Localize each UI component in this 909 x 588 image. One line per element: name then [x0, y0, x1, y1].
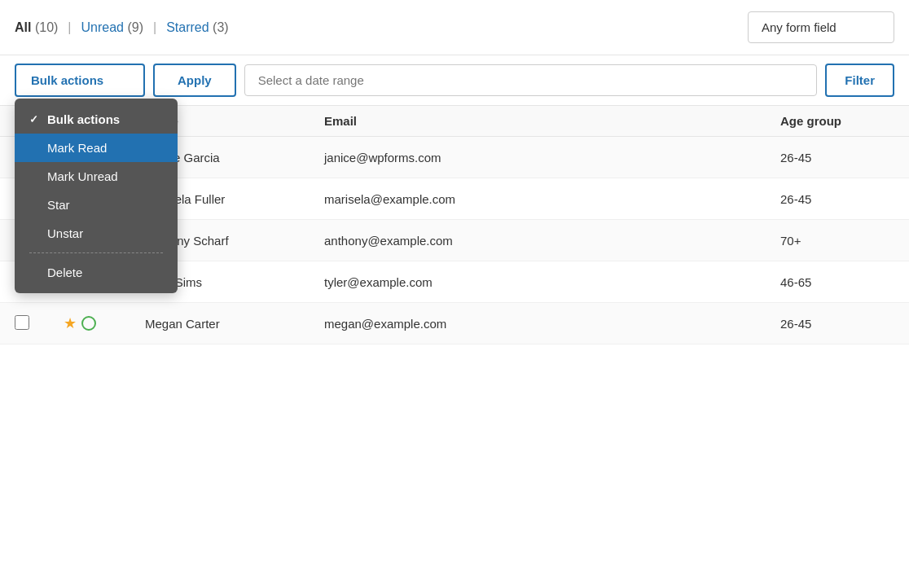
check-icon-delete — [29, 266, 41, 279]
row-email: marisela@example.com — [324, 192, 780, 206]
dropdown-label-unstar: Unstar — [47, 226, 83, 240]
dropdown-item-bulk-actions-header[interactable]: ✓ Bulk actions — [15, 105, 178, 134]
tab-unread-count: (9) — [127, 20, 143, 34]
table-row: ★ Megan Carter megan@example.com 26-45 — [0, 303, 909, 344]
row-checkbox[interactable] — [15, 315, 29, 330]
dropdown-label-mark-unread: Mark Unread — [47, 169, 118, 183]
star-icon[interactable]: ★ — [64, 314, 77, 332]
dropdown-item-unstar[interactable]: Unstar — [15, 219, 178, 248]
any-form-field-box[interactable]: Any form field — [748, 11, 894, 43]
dropdown-label-bulk-actions: Bulk actions — [47, 112, 120, 126]
row-checkbox-cell — [15, 315, 64, 332]
check-icon-mark-read — [29, 142, 41, 154]
date-range-input[interactable] — [244, 64, 818, 96]
tab-all-label: All — [15, 20, 31, 34]
tab-unread[interactable]: Unread (9) — [81, 20, 144, 35]
tab-group: All (10) | Unread (9) | Starred (3) — [15, 20, 229, 35]
bulk-actions-dropdown: ✓ Bulk actions Mark Read Mark Unread Sta… — [15, 99, 178, 293]
bulk-actions-button[interactable]: Bulk actions — [15, 64, 145, 97]
dropdown-label-star: Star — [47, 198, 70, 212]
check-icon-mark-unread — [29, 170, 41, 182]
tab-sep-2: | — [153, 20, 156, 35]
row-age-group: 26-45 — [780, 192, 894, 206]
tab-all[interactable]: All (10) — [15, 20, 58, 35]
tab-all-count: (10) — [35, 20, 58, 34]
tab-starred-label: Starred — [166, 20, 209, 34]
dropdown-label-delete: Delete — [47, 265, 82, 279]
dropdown-separator — [29, 252, 163, 253]
row-email: tyler@example.com — [324, 275, 780, 289]
dropdown-item-mark-read[interactable]: Mark Read — [15, 134, 178, 162]
row-age-group: 26-45 — [780, 151, 894, 165]
row-email: janice@wpforms.com — [324, 151, 780, 165]
row-email: megan@example.com — [324, 317, 780, 331]
dropdown-item-star[interactable]: Star — [15, 191, 178, 219]
dropdown-item-mark-unread[interactable]: Mark Unread — [15, 162, 178, 191]
row-icons-cell: ★ — [64, 314, 145, 332]
apply-button[interactable]: Apply — [153, 64, 236, 97]
toolbar: Bulk actions ✓ Bulk actions Mark Read Ma… — [0, 55, 909, 106]
col-header-email: Email — [324, 114, 780, 128]
dropdown-label-mark-read: Mark Read — [47, 141, 107, 155]
row-name: Megan Carter — [145, 317, 324, 331]
row-age-group: 26-45 — [780, 317, 894, 331]
tab-starred-count: (3) — [213, 20, 229, 34]
row-age-group: 46-65 — [780, 275, 894, 289]
col-header-age: Age group — [780, 114, 894, 128]
check-icon-unstar — [29, 227, 41, 239]
tab-sep-1: | — [68, 20, 71, 35]
dropdown-item-delete[interactable]: Delete — [15, 258, 178, 287]
row-age-group: 70+ — [780, 234, 894, 248]
filter-button[interactable]: Filter — [825, 64, 894, 97]
status-circle-icon — [81, 316, 96, 331]
top-bar: All (10) | Unread (9) | Starred (3) Any … — [0, 0, 909, 55]
tab-starred[interactable]: Starred (3) — [166, 20, 228, 35]
check-icon-star — [29, 199, 41, 211]
check-icon: ✓ — [29, 113, 41, 125]
bulk-actions-wrapper: Bulk actions ✓ Bulk actions Mark Read Ma… — [15, 64, 145, 97]
tab-unread-label: Unread — [81, 20, 124, 34]
row-email: anthony@example.com — [324, 234, 780, 248]
